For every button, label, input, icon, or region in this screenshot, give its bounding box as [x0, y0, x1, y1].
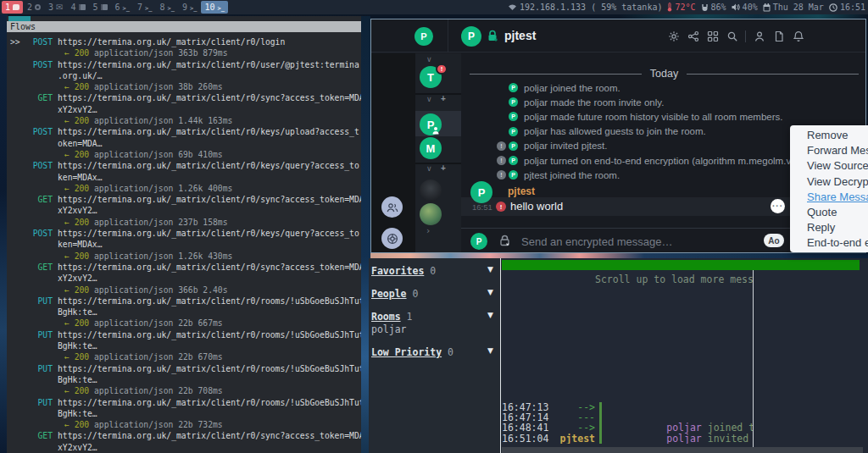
notifications-icon[interactable]	[792, 30, 804, 42]
flow-row[interactable]: PUThttps://termina.org.uk/_matrix/client…	[10, 329, 361, 363]
section-divider	[415, 93, 461, 95]
context-menu-item[interactable]: Forward Message	[790, 143, 868, 158]
chevron-right-icon[interactable]: ›	[426, 225, 430, 236]
flow-row[interactable]: POSThttps://termina.org.uk/_matrix/clien…	[10, 228, 361, 262]
chevron-down-icon[interactable]: ∨	[426, 164, 432, 173]
flow-row[interactable]: PUThttps://termina.org.uk/_matrix/client…	[10, 296, 361, 329]
event-warning-badge: !	[497, 170, 506, 180]
unread-marker-bar	[502, 260, 860, 270]
workspace-button[interactable]: 5	[90, 1, 111, 14]
help-lifebuoy-button[interactable]	[381, 228, 403, 249]
message-sender-name[interactable]: pjtest	[508, 185, 535, 197]
workspace-button[interactable]: 9	[179, 1, 200, 14]
flow-url-continuation: .org.uk/…	[10, 70, 361, 81]
sidebar-section[interactable]: ▼ Rooms 1 poljar	[371, 311, 493, 335]
flow-response-meta: application/json 69b 410ms	[94, 150, 223, 159]
formatting-button[interactable]: Ao	[764, 234, 784, 247]
files-icon[interactable]	[772, 30, 785, 42]
workspace-button[interactable]: 7	[134, 1, 155, 14]
thermometer-icon	[667, 3, 672, 12]
collapse-triangle-icon[interactable]: ▼	[487, 265, 493, 273]
workspace-icon	[217, 3, 224, 12]
workspace-button[interactable]: 10	[201, 1, 227, 14]
flow-response-meta: application/json 38b 260ms	[94, 82, 223, 91]
context-menu-item[interactable]: View Decrypted Source	[790, 174, 868, 190]
chevron-down-icon[interactable]: ∨	[426, 95, 432, 103]
flow-response: ← 200 application/json 1.44k 163ms	[10, 115, 361, 126]
flow-row[interactable]: >>POSThttps://termina.org.uk/_matrix/cli…	[10, 36, 361, 59]
room-photo-avatar[interactable]	[420, 203, 442, 225]
add-room-icon[interactable]: +	[441, 163, 446, 173]
timeline-event[interactable]: P poljar made the room invite only.	[497, 95, 862, 109]
flow-row[interactable]: GEThttps://termina.org.uk/_matrix/client…	[10, 194, 361, 228]
flow-method: GET	[25, 262, 53, 273]
event-avatar: P	[509, 156, 518, 165]
chat-timestamp: 16:51:04	[502, 434, 554, 444]
prefix-separator-bar	[599, 434, 602, 444]
workspace-icon	[168, 3, 175, 12]
room-entry[interactable]: poljar	[371, 323, 493, 335]
flow-method: PUT	[25, 397, 53, 408]
flow-row[interactable]: POSThttps://termina.org.uk/_matrix/clien…	[10, 160, 361, 194]
flow-row[interactable]: GEThttps://termina.org.uk/_matrix/client…	[10, 92, 361, 126]
flow-url: https://termina.org.uk/_matrix/client/r0…	[58, 296, 361, 306]
sidebar-section[interactable]: ▼ Favorites 0	[371, 265, 493, 277]
collapse-triangle-icon[interactable]: ▼	[487, 288, 493, 296]
user-avatar[interactable]: P	[415, 27, 433, 46]
sidebar-section[interactable]: ▼ People 0	[371, 288, 493, 300]
workspace-icon	[145, 3, 152, 12]
flow-row[interactable]: POSThttps://termina.org.uk/_matrix/clien…	[10, 126, 361, 160]
flow-response: ← 200 application/json 22b 667ms	[10, 318, 361, 329]
flow-row[interactable]: GEThttps://termina.org.uk/_matrix/client…	[10, 262, 361, 296]
prefix-separator-bar	[599, 402, 602, 412]
context-menu-item[interactable]: Reply	[790, 220, 868, 235]
scrollback-notice-wrap: Scroll up to load more messages	[502, 273, 753, 285]
community-people-button[interactable]	[381, 196, 403, 218]
message-input[interactable]: Send an encrypted message…	[521, 235, 832, 248]
add-room-icon[interactable]: +	[441, 94, 446, 103]
apps-grid-icon[interactable]	[706, 30, 719, 42]
room-list-item-m[interactable]: M	[420, 137, 442, 159]
unverified-warning-icon: !	[496, 202, 506, 212]
context-menu-item[interactable]: End-to-end encryption information	[790, 235, 868, 251]
section-name: Low Priority	[371, 346, 442, 358]
flow-row[interactable]: POSThttps://termina.org.uk/_matrix/clien…	[10, 59, 361, 93]
workspace-list: 1 2 3 4 5 6	[0, 0, 229, 14]
flow-method: POST	[25, 36, 53, 47]
flow-method: PUT	[25, 329, 53, 340]
chat-message: hello world	[608, 434, 731, 444]
flow-url-continuation: xY2xvY2…	[10, 273, 361, 284]
member-list-icon[interactable]	[753, 30, 765, 42]
context-menu-item[interactable]: View Source	[790, 158, 868, 174]
sidebar-section[interactable]: ▼ Low Priority 0	[371, 346, 493, 358]
timeline-event[interactable]: P poljar made future room history visibl…	[497, 109, 862, 124]
workspace-button[interactable]: 2	[24, 1, 44, 14]
message-options-button[interactable]: ···	[771, 199, 785, 213]
section-divider	[415, 163, 461, 164]
flow-row[interactable]: GEThttps://termina.org.uk/_matrix/client…	[10, 430, 361, 453]
flow-response: ← 200 application/json 363b 879ms	[10, 47, 361, 58]
workspace-button[interactable]: 4	[67, 1, 88, 14]
room-avatar[interactable]: P	[461, 26, 481, 47]
workspace-button[interactable]: 1	[2, 1, 23, 14]
collapse-triangle-icon[interactable]: ▼	[487, 346, 493, 355]
flow-url-continuation: xY2xvY2…	[10, 205, 361, 216]
context-menu-item[interactable]: Quote	[790, 205, 868, 220]
share-icon[interactable]	[687, 30, 699, 42]
flow-method: POST	[25, 160, 53, 171]
context-menu-item[interactable]: Share Message	[790, 190, 868, 205]
search-icon[interactable]	[726, 30, 738, 42]
workspace-button[interactable]: 3	[45, 1, 66, 14]
flow-row[interactable]: PUThttps://termina.org.uk/_matrix/client…	[10, 363, 361, 397]
flow-row[interactable]: PUThttps://termina.org.uk/_matrix/client…	[10, 397, 361, 431]
flow-url: https://termina.org.uk/_matrix/client/r0…	[58, 161, 359, 170]
flow-response: ← 200 application/json 22b 670ms	[10, 351, 361, 362]
chevron-down-icon[interactable]: ∨	[426, 55, 432, 64]
timeline-event[interactable]: P poljar joined the room.	[497, 80, 862, 95]
workspace-button[interactable]: 6	[112, 1, 133, 14]
settings-icon[interactable]	[667, 30, 680, 42]
room-photo-avatar[interactable]	[420, 180, 442, 202]
workspace-button[interactable]: 8	[156, 1, 177, 14]
context-menu-item[interactable]: Remove	[790, 128, 868, 143]
collapse-triangle-icon[interactable]: ▼	[487, 311, 493, 319]
